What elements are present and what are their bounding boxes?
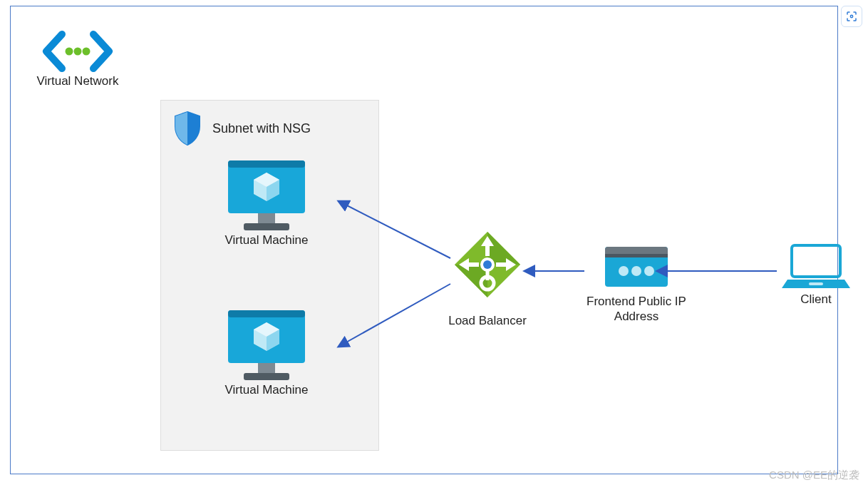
svg-point-3 <box>83 48 91 56</box>
svg-point-32 <box>644 266 654 276</box>
svg-rect-29 <box>605 254 668 257</box>
svg-point-0 <box>850 15 852 17</box>
virtual-machine-icon <box>224 158 309 233</box>
svg-rect-7 <box>244 223 289 230</box>
subnet-header: Subnet with NSG <box>172 111 311 146</box>
virtual-network-label: Virtual Network <box>37 74 119 88</box>
subnet-container: Subnet with NSG Virtual Machine <box>160 100 379 451</box>
virtual-machine-icon <box>224 307 309 383</box>
frontend-ip-label: Frontend Public IP Address <box>587 294 686 325</box>
frontend-ip-node: Frontend Public IP Address <box>583 244 690 325</box>
subnet-title: Subnet with NSG <box>212 121 311 136</box>
svg-rect-13 <box>258 363 275 373</box>
expand-icon[interactable] <box>841 6 862 27</box>
load-balancer-node: Load Balancer <box>438 230 537 328</box>
vm-node-2: Virtual Machine <box>195 307 338 397</box>
svg-rect-12 <box>228 310 305 317</box>
svg-rect-14 <box>244 373 289 380</box>
public-ip-icon <box>602 244 671 294</box>
svg-rect-34 <box>809 282 823 285</box>
laptop-icon <box>780 241 852 292</box>
virtual-network-icon <box>41 29 115 74</box>
svg-point-31 <box>631 266 641 276</box>
svg-point-2 <box>74 48 82 56</box>
svg-rect-6 <box>258 213 275 223</box>
shield-icon <box>172 111 202 146</box>
svg-point-25 <box>483 260 492 269</box>
client-label: Client <box>800 292 831 307</box>
vm2-label: Virtual Machine <box>225 383 309 397</box>
vm1-label: Virtual Machine <box>225 233 309 247</box>
watermark: CSDN @EE的逆袭 <box>769 469 859 482</box>
diagram-stage: { "virtual_network": { "label": "Virtual… <box>0 0 868 485</box>
svg-point-30 <box>619 266 629 276</box>
vm-node-1: Virtual Machine <box>195 158 338 247</box>
load-balancer-icon <box>445 230 529 314</box>
virtual-network-boundary <box>10 6 838 474</box>
load-balancer-label: Load Balancer <box>448 314 527 328</box>
svg-point-1 <box>66 48 73 56</box>
svg-rect-5 <box>228 160 305 168</box>
svg-rect-33 <box>792 245 840 277</box>
virtual-network-node: Virtual Network <box>31 29 124 88</box>
client-node: Client <box>777 241 855 307</box>
